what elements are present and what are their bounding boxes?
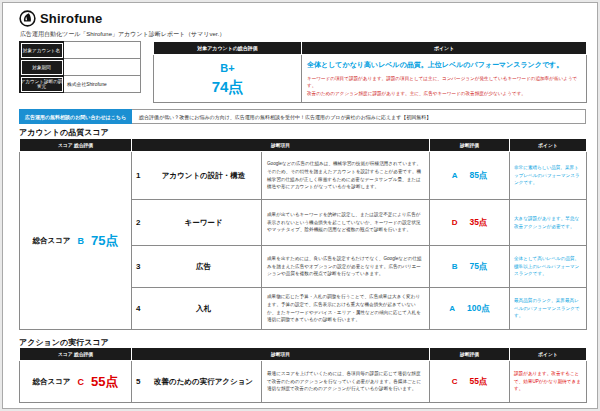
action-summary-grade: C (78, 377, 85, 387)
report-subtitle: 広告運用自動化ツール「Shirofune」アカウント診断レポート（サマリver.… (20, 30, 225, 39)
item-name: 広告 (150, 262, 257, 272)
quality-summary-cell: 総合スコア B 75点 (20, 152, 132, 330)
item-point-cell: 全体として高いレベルの品質。標準以上のレベルパフォーマンスランクです。 (510, 246, 587, 288)
overall-note-2: 改善のためのアクション頻度に課題があります。主に、広告やキーワードの改善頻度が少… (307, 90, 581, 97)
overall-points-cell: 全体としてかなり高いレベルの品質。上位レベルのパフォーマンスランクです。 キーワ… (302, 55, 587, 103)
item-number: 4 (136, 304, 150, 313)
item-description: 成果を出すためには、良い広告を設定するだけでなく、Googleなどの仕組みを踏ま… (267, 255, 424, 278)
action-summary-label: 総合スコア (33, 377, 71, 387)
item-description-cell: 成果が出ているキーワードを的確に設定し、または設定不足により広告が表示されないと… (262, 200, 430, 246)
item-eval-cell: B 75点 (430, 246, 510, 288)
quality-summary-grade: B (78, 236, 85, 246)
overall-grade-cell: B+ 74点 (154, 55, 302, 103)
item-grade: C (452, 377, 458, 386)
item-name: 改善のための実行アクション (150, 377, 257, 387)
item-cell: 3 広告 (132, 246, 262, 288)
action-summary-score: 55点 (91, 373, 118, 391)
item-point: 非常に素晴らしい品質。業界トップレベルのパフォーマンスランクです。 (514, 164, 582, 187)
table-row: 総合スコア B 75点 1 アカウントの設計・構造 Googleなどの広告の仕組… (20, 152, 587, 200)
item-score: 75点 (469, 261, 487, 273)
item-cell: 4 入札 (132, 288, 262, 330)
quality-score-table: スコア 総合評価 診断項目 診断評価 ポイント 総合スコア B 75点 1 アカ… (19, 138, 587, 330)
item-number: 2 (136, 218, 150, 227)
col-header-grade: 診断評価 (430, 348, 510, 361)
overall-evaluation-table: 対象アカウントの総合評価 ポイント B+ 74点 全体としてかなり高いレベルの品… (153, 41, 587, 103)
item-description: 成果物に応じた予算・入札の調整を行うことで、広告成果は大きく変わります。予算の設… (267, 293, 424, 323)
item-name: キーワード (150, 218, 257, 228)
item-grade: A (452, 171, 458, 180)
consultation-banner-text: 総合評価が低い？改善にお悩みの方向け、広告運用の無料相談を受付中！広告運用のプロ… (132, 109, 586, 124)
item-point-cell: 非常に素晴らしい品質。業界トップレベルのパフォーマンスランクです。 (510, 152, 587, 200)
item-eval-cell: D 35点 (430, 200, 510, 246)
quality-section-title: アカウントの品質スコア (19, 127, 109, 138)
col-header-score: スコア 総合評価 (20, 348, 132, 361)
item-score: 100点 (467, 303, 490, 315)
col-header-item: 診断項目 (132, 139, 430, 152)
table-row: 対象期間 (20, 59, 141, 76)
account-name-label: 対象アカウント名 (20, 42, 64, 59)
item-score: 55点 (469, 376, 487, 388)
table-row: アカウント診断の調査元 株式会社Shirofune (20, 76, 141, 93)
item-cell: 5 改善のための実行アクション (132, 361, 262, 403)
overall-score: 74点 (154, 78, 301, 97)
col-header-item: 診断項目 (132, 348, 430, 361)
item-description-cell: 成果物に応じた予算・入札の調整を行うことで、広告成果は大きく変わります。予算の設… (262, 288, 430, 330)
item-grade: D (452, 218, 458, 227)
item-description-cell: Googleなどの広告の仕組みは、機械学習の技術が積極活用されています。そのため… (262, 152, 430, 200)
item-description: 成果が出ているキーワードを的確に設定し、または設定不足により広告が表示されないと… (267, 211, 424, 234)
item-point: 大きな課題があります。早急な改善アクションが必要です。 (514, 215, 582, 231)
item-number: 1 (136, 171, 150, 180)
col-header-score: スコア 総合評価 (20, 139, 132, 152)
quality-summary-label: 総合スコア (33, 236, 71, 246)
shirofune-logo-icon (19, 10, 36, 27)
overall-points-header: ポイント (302, 42, 587, 55)
item-score: 35点 (469, 217, 487, 229)
overall-note-1: キーワードの項目で課題があります。課題の項目としては主に、コンバージョンが発生し… (307, 75, 581, 90)
item-eval-cell: A 85点 (430, 152, 510, 200)
diagnosis-source-label: アカウント診断の調査元 (20, 76, 64, 93)
col-header-grade: 診断評価 (430, 139, 510, 152)
item-grade: A (449, 304, 455, 313)
period-value (64, 59, 141, 76)
shirofune-logo: Shirofune (19, 10, 102, 27)
item-score: 85点 (469, 170, 487, 182)
item-description-cell: 成果を出すためには、良い広告を設定するだけでなく、Googleなどの仕組みを踏ま… (262, 246, 430, 288)
item-point-cell: 課題があります。改善することで、効果UPがかなり期待できます。 (510, 361, 587, 403)
item-grade: B (452, 262, 458, 271)
item-cell: 1 アカウントの設計・構造 (132, 152, 262, 200)
table-row: 総合スコア C 55点 5 改善のための実行アクション 最適にスコアを上げていく… (20, 361, 587, 403)
overall-headline: 全体としてかなり高いレベルの品質。上位レベルのパフォーマンスランクです。 (307, 60, 581, 70)
col-header-point: ポイント (510, 348, 587, 361)
report-page: Shirofune 広告運用自動化ツール「Shirofune」アカウント診断レポ… (2, 2, 598, 409)
item-point-cell: 大きな課題があります。早急な改善アクションが必要です。 (510, 200, 587, 246)
table-row: 対象アカウント名 (20, 42, 141, 59)
item-number: 3 (136, 262, 150, 271)
item-cell: 2 キーワード (132, 200, 262, 246)
quality-summary-score: 75点 (91, 232, 118, 250)
overall-eval-header: 対象アカウントの総合評価 (154, 42, 302, 55)
item-eval-cell: A 100点 (430, 288, 510, 330)
item-name: アカウントの設計・構造 (150, 171, 257, 181)
item-name: 入札 (150, 304, 257, 314)
consultation-banner: 広告運用の無料相談のお問い合わせはこちら 総合評価が低い？改善にお悩みの方向け、… (19, 109, 586, 124)
item-point-cell: 最高品質のランク。業界最高レベルのパフォーマンスランクです。 (510, 288, 587, 330)
item-point: 最高品質のランク。業界最高レベルのパフォーマンスランクです。 (514, 297, 582, 320)
diagnosis-source-value: 株式会社Shirofune (64, 76, 141, 93)
free-consultation-button[interactable]: 広告運用の無料相談のお問い合わせはこちら (19, 109, 132, 124)
item-point: 課題があります。改善することで、効果UPがかなり期待できます。 (514, 370, 582, 393)
item-number: 5 (136, 377, 150, 386)
col-header-point: ポイント (510, 139, 587, 152)
account-info-table: 対象アカウント名 対象期間 アカウント診断の調査元 株式会社Shirofune (19, 41, 141, 93)
item-point: 全体として高いレベルの品質。標準以上のレベルパフォーマンスランクです。 (514, 255, 582, 278)
item-description: Googleなどの広告の仕組みは、機械学習の技術が積極活用されています。そのため… (267, 160, 424, 190)
item-eval-cell: C 55点 (430, 361, 510, 403)
item-description: 最適にスコアを上げていくためには、各項目毎の課題に応じて適切な頻度で改善のための… (267, 370, 424, 393)
logo-text: Shirofune (40, 11, 102, 26)
action-summary-cell: 総合スコア C 55点 (20, 361, 132, 403)
period-label: 対象期間 (20, 59, 64, 76)
action-score-table: スコア 総合評価 診断項目 診断評価 ポイント 総合スコア C 55点 5 改善… (19, 347, 587, 403)
account-name-value (64, 42, 141, 59)
item-description-cell: 最適にスコアを上げていくためには、各項目毎の課題に応じて適切な頻度で改善のための… (262, 361, 430, 403)
overall-grade: B+ (154, 60, 301, 78)
